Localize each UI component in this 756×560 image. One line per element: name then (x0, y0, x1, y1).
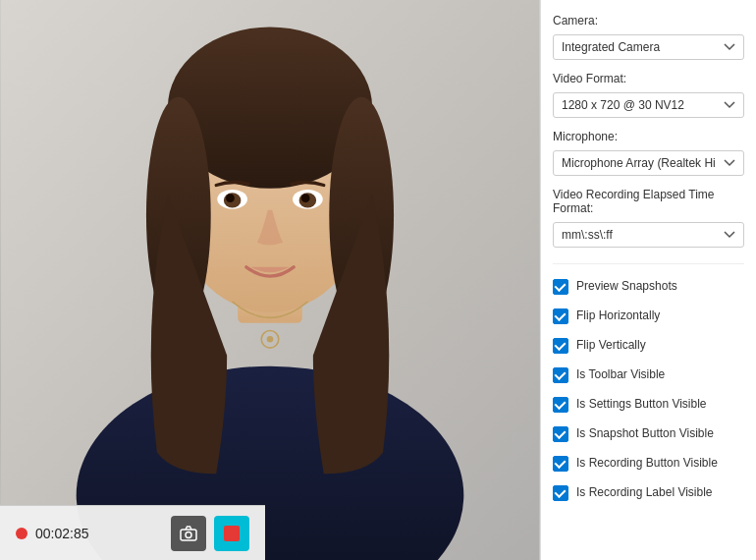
snapshot-button[interactable] (171, 516, 206, 551)
camera-feed (0, 0, 540, 560)
checkbox-is-recording-label-visible[interactable]: Is Recording Label Visible (553, 482, 744, 504)
checkbox-label-preview-snapshots: Preview Snapshots (576, 279, 677, 295)
checkbox-label-flip-horizontally: Flip Horizontally (576, 308, 660, 324)
recording-dot (16, 528, 27, 539)
checkbox-label-flip-vertically: Flip Vertically (576, 338, 646, 354)
elapsed-time-section: Video Recording Elapsed Time Format: mm\… (553, 188, 744, 248)
camera-select[interactable]: Integrated CameraUSB CameraVirtual Camer… (553, 34, 744, 60)
video-format-label: Video Format: (553, 72, 744, 85)
checkbox-is-recording-button-visible[interactable]: Is Recording Button Visible (553, 453, 744, 475)
svg-point-16 (186, 532, 191, 537)
record-button[interactable] (214, 516, 249, 551)
person-image (0, 0, 540, 560)
recording-time: 00:02:85 (35, 526, 89, 541)
microphone-section: Microphone: Microphone Array (Realtek Hi… (553, 130, 744, 176)
camera-preview: 00:02:85 (0, 0, 540, 560)
checkbox-label-is-recording-button-visible: Is Recording Button Visible (576, 456, 718, 472)
elapsed-time-select[interactable]: mm\:ss\:ffhh\:mm\:ssss\:ff (553, 222, 744, 248)
checkbox-is-toolbar-visible[interactable]: Is Toolbar Visible (553, 364, 744, 386)
video-format-section: Video Format: 1280 x 720 @ 30 NV12640 x … (553, 72, 744, 118)
checkbox-label-is-settings-button-visible: Is Settings Button Visible (576, 397, 707, 413)
svg-point-14 (267, 336, 274, 343)
main-container: 00:02:85 Camera: Integ (0, 0, 756, 560)
settings-panel: Camera: Integrated CameraUSB CameraVirtu… (540, 0, 756, 560)
checkbox-label-is-snapshot-button-visible: Is Snapshot Button Visible (576, 426, 714, 442)
camera-label: Camera: (553, 14, 744, 28)
checkbox-is-snapshot-button-visible[interactable]: Is Snapshot Button Visible (553, 423, 744, 445)
checkbox-label-is-recording-label-visible: Is Recording Label Visible (576, 485, 713, 501)
svg-point-12 (301, 194, 310, 202)
recording-indicator: 00:02:85 (16, 526, 159, 541)
svg-point-11 (226, 194, 235, 202)
checkbox-flip-horizontally[interactable]: Flip Horizontally (553, 306, 744, 327)
microphone-label: Microphone: (553, 130, 744, 143)
checkbox-preview-snapshots[interactable]: Preview Snapshots (553, 276, 744, 298)
elapsed-time-label: Video Recording Elapsed Time Format: (553, 188, 744, 215)
checkbox-label-is-toolbar-visible: Is Toolbar Visible (576, 367, 665, 383)
microphone-select[interactable]: Microphone Array (Realtek Hi...Default M… (553, 150, 744, 176)
record-icon (224, 526, 240, 541)
checkbox-is-settings-button-visible[interactable]: Is Settings Button Visible (553, 394, 744, 416)
svg-rect-15 (181, 530, 196, 540)
bottom-toolbar: 00:02:85 (0, 505, 265, 560)
video-format-select[interactable]: 1280 x 720 @ 30 NV12640 x 480 @ 30 NV121… (553, 92, 744, 118)
divider (553, 263, 744, 264)
toolbar-buttons (171, 516, 249, 551)
checkbox-flip-vertically[interactable]: Flip Vertically (553, 335, 744, 357)
camera-section: Camera: Integrated CameraUSB CameraVirtu… (553, 14, 744, 60)
